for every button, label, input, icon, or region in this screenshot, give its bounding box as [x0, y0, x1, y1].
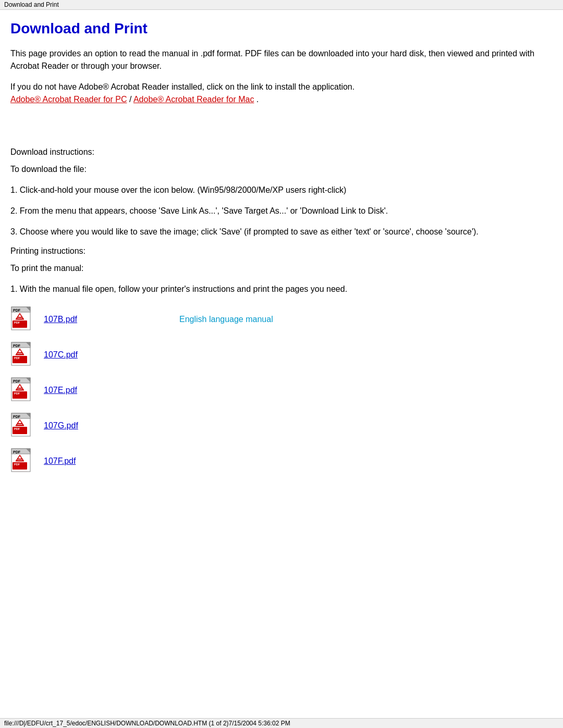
download-instructions-heading: Download instructions:: [10, 147, 553, 157]
svg-text:PDF: PDF: [14, 392, 20, 395]
pdf-file-list: PDF PDF 107B.pdf English language manual…: [10, 306, 553, 475]
svg-text:PDF: PDF: [13, 450, 21, 454]
pdf-row-5: PDF PDF 107F.pdf: [10, 448, 553, 475]
page-heading: Download and Print: [10, 20, 553, 37]
browser-title-bar: Download and Print: [0, 0, 563, 10]
svg-text:PDF: PDF: [13, 344, 21, 348]
intro-paragraph: This page provides an option to read the…: [10, 47, 553, 72]
acrobat-links-paragraph: If you do not have Adobe® Acrobat Reader…: [10, 81, 553, 106]
svg-text:PDF: PDF: [14, 463, 20, 466]
to-print-text: To print the manual:: [10, 262, 553, 275]
pdf-link-3[interactable]: 107E.pdf: [44, 386, 106, 395]
pdf-row-4: PDF PDF 107G.pdf: [10, 412, 553, 439]
download-step1: 1. Click-and-hold your mouse over the ic…: [10, 184, 553, 196]
page-content: Download and Print This page provides an…: [0, 10, 563, 514]
status-bar: file:///D|/EDFU/crt_17_5/edoc/ENGLISH/DO…: [0, 718, 563, 728]
acrobat-reader-mac-link[interactable]: Adobe® Acrobat Reader for Mac: [133, 95, 254, 104]
pdf-link-5[interactable]: 107F.pdf: [44, 456, 106, 466]
svg-text:PDF: PDF: [13, 309, 21, 312]
spacer2: [10, 137, 553, 147]
pdf-link-1[interactable]: 107B.pdf: [44, 315, 106, 324]
acrobat-separator: /: [129, 95, 133, 104]
acrobat-reader-pc-link[interactable]: Adobe® Acrobat Reader for PC: [10, 95, 127, 104]
pdf-description-1: English language manual: [179, 315, 273, 324]
pdf-icon-5: PDF PDF: [10, 448, 38, 475]
svg-text:PDF: PDF: [14, 321, 20, 324]
download-step2: 2. From the menu that appears, choose 'S…: [10, 205, 553, 217]
pdf-link-4[interactable]: 107G.pdf: [44, 421, 106, 430]
acrobat-end-punct: .: [256, 95, 259, 104]
pdf-row-2: PDF PDF 107C.pdf: [10, 341, 553, 368]
to-download-text: To download the file:: [10, 163, 553, 176]
pdf-link-2[interactable]: 107C.pdf: [44, 350, 106, 360]
printing-instructions-heading: Printing instructions:: [10, 246, 553, 256]
svg-text:PDF: PDF: [13, 415, 21, 418]
browser-title-text: Download and Print: [4, 1, 59, 8]
acrobat-prefix-text: If you do not have Adobe® Acrobat Reader…: [10, 82, 354, 91]
pdf-icon-2: PDF PDF: [10, 341, 38, 368]
pdf-row-3: PDF PDF 107E.pdf: [10, 377, 553, 404]
pdf-icon-3: PDF PDF: [10, 377, 38, 404]
svg-text:PDF: PDF: [14, 356, 20, 360]
spacer1: [10, 127, 553, 137]
download-step3: 3. Choose where you would like to save t…: [10, 226, 553, 238]
pdf-icon-4: PDF PDF: [10, 412, 38, 439]
pdf-icon-1: PDF PDF: [10, 306, 38, 333]
svg-text:PDF: PDF: [14, 427, 20, 430]
status-bar-text: file:///D|/EDFU/crt_17_5/edoc/ENGLISH/DO…: [4, 720, 290, 727]
pdf-row-1: PDF PDF 107B.pdf English language manual: [10, 306, 553, 333]
print-step1: 1. With the manual file open, follow you…: [10, 283, 553, 295]
svg-text:PDF: PDF: [13, 379, 21, 383]
